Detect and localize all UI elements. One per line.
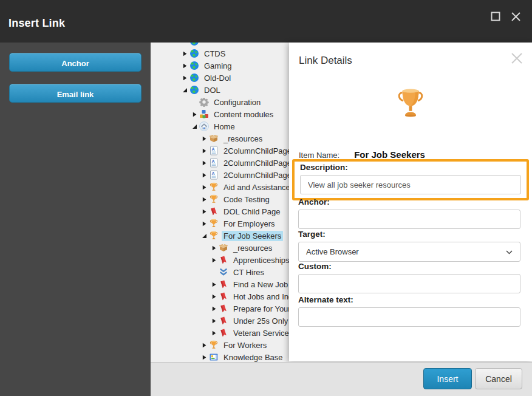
box-icon — [209, 134, 219, 143]
alternate-text-label: Alternate text: — [298, 295, 520, 304]
globe-icon — [189, 61, 199, 70]
svg-text:A: A — [212, 171, 215, 176]
tree-item-label: For Employers — [222, 219, 277, 229]
page-icon: A — [209, 170, 219, 180]
cancel-button[interactable]: Cancel — [475, 368, 522, 389]
tree-item-label: Configuration — [212, 97, 262, 108]
expander-spacer — [191, 97, 197, 107]
collapsed-arrow-icon[interactable] — [201, 146, 207, 155]
collapsed-arrow-icon[interactable] — [211, 255, 217, 265]
ribbon-icon — [219, 304, 228, 313]
description-highlight-box: Description: — [292, 159, 529, 200]
email-link-button[interactable]: Email link — [9, 84, 142, 103]
custom-input[interactable] — [298, 274, 520, 293]
ribbon-icon — [219, 255, 228, 265]
trophy-icon — [209, 182, 219, 192]
panel-close-icon[interactable] — [510, 51, 524, 66]
collapsed-arrow-icon[interactable] — [201, 340, 207, 350]
tree-item-label: Hot Jobs and Ind — [231, 292, 295, 302]
tree-item-label: 2ColumnChildPage — [222, 158, 293, 168]
collapsed-arrow-icon[interactable] — [201, 352, 207, 362]
globe-icon — [189, 85, 199, 95]
panel-title: Link Details — [299, 55, 352, 67]
page-icon: A — [209, 146, 219, 155]
anchor-button[interactable]: Anchor — [9, 53, 142, 72]
kb-icon — [209, 352, 219, 362]
expanded-arrow-icon[interactable] — [191, 121, 197, 131]
collapsed-arrow-icon[interactable] — [201, 207, 207, 216]
tree-item-label: DOL — [202, 85, 222, 95]
collapsed-arrow-icon[interactable] — [211, 316, 217, 326]
dialog-footer: Insert Cancel — [151, 362, 532, 396]
anchor-field-group: Anchor: — [298, 197, 520, 229]
globe-icon — [189, 73, 199, 83]
tree-item-label: _resources — [222, 134, 264, 144]
tree-item-label: Old-Dol — [202, 73, 233, 83]
collapsed-arrow-icon[interactable] — [201, 134, 207, 143]
tree-item-label: Code Testing — [222, 194, 271, 205]
dialog-title: Insert Link — [9, 17, 65, 30]
expanded-arrow-icon[interactable] — [201, 231, 207, 241]
tree-item-label: 2ColumnChildPage — [222, 146, 293, 156]
link-details-panel: Link Details Item Name: For Job Seekers … — [289, 43, 532, 361]
globe-icon — [189, 49, 199, 58]
collapsed-arrow-icon[interactable] — [201, 170, 207, 180]
collapsed-arrow-icon[interactable] — [201, 182, 207, 192]
alternate-text-field-group: Alternate text: — [298, 295, 520, 327]
expander-spacer — [182, 43, 188, 46]
tree-item-label: 2ColumnChildPage — [222, 170, 293, 180]
target-field-group: Target: Active Browser — [298, 230, 520, 262]
expanded-arrow-icon[interactable] — [182, 85, 188, 95]
left-sidebar: Anchor Email link — [0, 43, 151, 396]
description-input[interactable] — [300, 175, 521, 194]
alternate-text-input[interactable] — [298, 307, 520, 327]
collapsed-arrow-icon[interactable] — [211, 243, 217, 253]
custom-field-group: Custom: — [298, 262, 520, 293]
collapsed-arrow-icon[interactable] — [211, 304, 217, 313]
collapsed-arrow-icon[interactable] — [182, 73, 188, 83]
trophy-icon — [289, 86, 532, 124]
ribbon-icon — [209, 207, 219, 216]
collapsed-arrow-icon[interactable] — [182, 49, 188, 58]
trophy-icon — [209, 340, 219, 350]
anchor-label: Anchor: — [298, 197, 520, 207]
collapsed-arrow-icon[interactable] — [201, 219, 207, 228]
collapsed-arrow-icon[interactable] — [211, 292, 217, 301]
collapsed-arrow-icon[interactable] — [201, 194, 207, 204]
item-name-value: For Job Seekers — [354, 149, 425, 160]
description-label: Description: — [300, 163, 521, 172]
insert-button[interactable]: Insert — [423, 368, 472, 389]
target-select[interactable]: Active Browser — [298, 242, 520, 262]
expander-spacer — [211, 267, 217, 277]
target-label: Target: — [298, 230, 520, 239]
collapsed-arrow-icon[interactable] — [201, 158, 207, 168]
tree-item-label: Knowledge Base — [222, 352, 285, 363]
collapsed-arrow-icon[interactable] — [211, 279, 217, 289]
collapsed-arrow-icon[interactable] — [182, 61, 188, 70]
anchor-input[interactable] — [298, 210, 520, 229]
svg-text:A: A — [212, 147, 215, 151]
item-name-label: Item Name: — [299, 151, 339, 160]
tree-item-label: For Job Seekers — [222, 231, 283, 241]
trophy-icon — [209, 194, 219, 204]
dialog-header: Insert Link — [0, 0, 532, 43]
ribbon-icon — [219, 328, 228, 338]
tree-item-label: Aid and Assistance — [222, 182, 292, 193]
collapsed-arrow-icon[interactable] — [211, 328, 217, 338]
tree-item-label: Under 25s Only — [231, 316, 290, 326]
collapsed-arrow-icon[interactable] — [191, 109, 197, 119]
ribbon-icon — [219, 279, 228, 289]
maximize-icon[interactable] — [489, 10, 502, 23]
close-icon[interactable] — [509, 10, 522, 23]
blocks-icon — [199, 109, 209, 119]
trophy-icon — [209, 231, 219, 241]
tree-item-label: DOL Child Page — [222, 207, 282, 217]
item-name-row: Item Name: For Job Seekers — [299, 149, 425, 160]
gear-icon — [199, 97, 209, 107]
ribbon-icon — [219, 316, 228, 326]
tree-item-label: Find a New Job — [231, 279, 290, 290]
svg-text:A: A — [212, 159, 215, 163]
chevrons-icon — [219, 267, 228, 277]
tree-item-label: Apprenticeships — [231, 255, 292, 265]
custom-label: Custom: — [298, 262, 520, 271]
